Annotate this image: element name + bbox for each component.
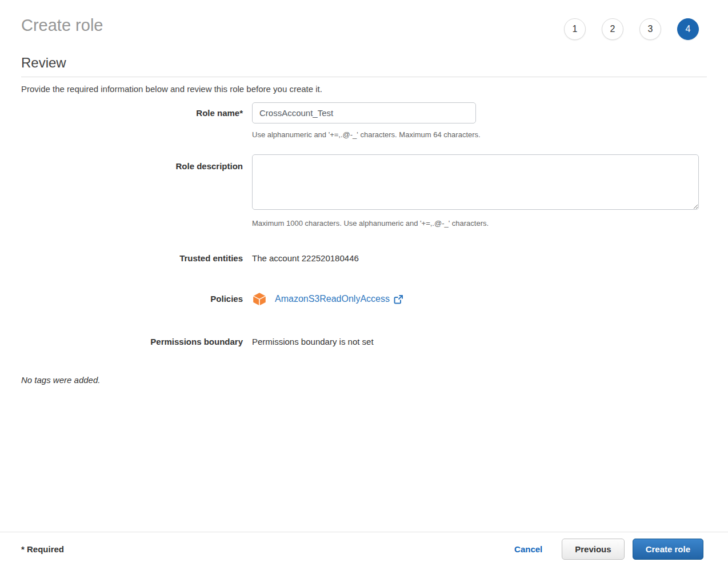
role-name-helper: Use alphanumeric and '+=,.@-_' character… <box>252 130 707 139</box>
cancel-link[interactable]: Cancel <box>514 544 542 554</box>
step-2-indicator: 2 <box>602 18 623 40</box>
permissions-boundary-label: Permissions boundary <box>21 337 252 347</box>
policy-item: AmazonS3ReadOnlyAccess <box>252 292 707 306</box>
required-note: * Required <box>21 544 64 554</box>
policy-link-text: AmazonS3ReadOnlyAccess <box>275 294 390 304</box>
page-title: Create role <box>21 15 103 35</box>
permissions-boundary-value: Permissions boundary is not set <box>252 337 707 347</box>
trusted-entities-label: Trusted entities <box>21 253 252 264</box>
tags-note: No tags were added. <box>0 375 728 385</box>
role-description-label: Role description <box>21 154 252 172</box>
role-description-row: Role description <box>21 154 707 212</box>
permissions-boundary-row: Permissions boundary Permissions boundar… <box>21 337 707 347</box>
policies-label: Policies <box>21 294 252 304</box>
wizard-header: Create role 1 2 3 4 <box>0 0 728 40</box>
step-3-label: 3 <box>648 24 653 34</box>
section-divider <box>21 77 707 77</box>
role-name-label: Role name* <box>21 108 252 118</box>
external-link-icon[interactable] <box>394 294 403 304</box>
step-indicator: 1 2 3 4 <box>564 18 699 40</box>
step-4-label: 4 <box>686 24 691 34</box>
role-name-row: Role name* <box>21 102 707 123</box>
policy-link[interactable]: AmazonS3ReadOnlyAccess <box>275 294 403 304</box>
step-1-indicator: 1 <box>564 18 586 40</box>
step-4-indicator-active: 4 <box>677 18 699 40</box>
create-role-button[interactable]: Create role <box>633 539 703 560</box>
role-description-textarea[interactable] <box>252 154 699 210</box>
section-description: Provide the required information below a… <box>21 84 707 94</box>
managed-policy-cube-icon <box>252 292 267 306</box>
role-description-helper: Maximum 1000 characters. Use alphanumeri… <box>252 219 707 228</box>
trusted-entities-row: Trusted entities The account 22252018044… <box>21 253 707 264</box>
footer-actions: Cancel Previous Create role <box>514 539 703 560</box>
wizard-footer: * Required Cancel Previous Create role <box>0 532 728 566</box>
policies-row: Policies AmazonS3ReadOnlyAccess <box>21 292 707 306</box>
step-3-indicator: 3 <box>639 18 661 40</box>
step-1-label: 1 <box>573 24 578 34</box>
section-heading: Review <box>21 55 707 71</box>
step-2-label: 2 <box>610 24 615 34</box>
trusted-entities-value: The account 222520180446 <box>252 253 707 264</box>
previous-button[interactable]: Previous <box>562 539 624 560</box>
review-section: Review Provide the required information … <box>0 55 728 347</box>
role-name-input[interactable] <box>252 102 476 123</box>
